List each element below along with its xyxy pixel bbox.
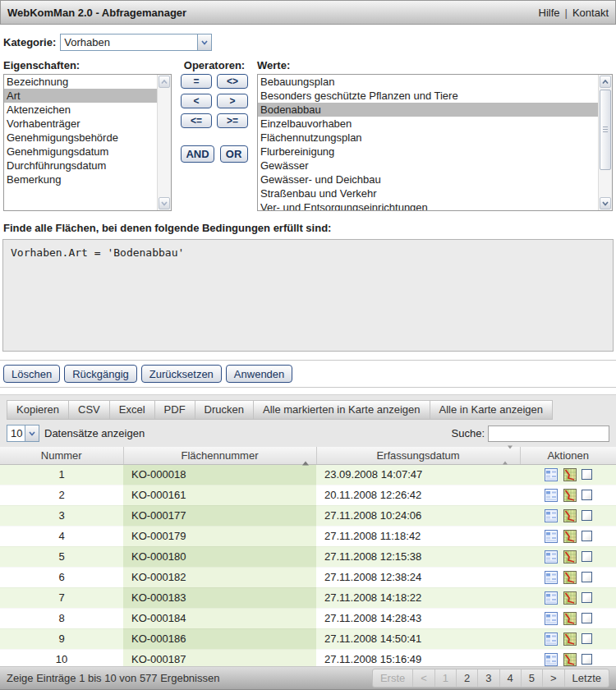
- row-checkbox[interactable]: [582, 469, 592, 480]
- value-option[interactable]: Gewässer- und Deichbau: [258, 172, 598, 186]
- toolbar-button[interactable]: PDF: [154, 400, 195, 420]
- zurcksetzen-button[interactable]: Zurücksetzen: [141, 365, 222, 383]
- row-checkbox[interactable]: [582, 510, 592, 521]
- table-row[interactable]: 5KO-00018027.11.2008 12:15:38: [0, 546, 616, 567]
- operator-button[interactable]: =: [181, 74, 212, 89]
- row-checkbox[interactable]: [582, 633, 592, 644]
- value-option[interactable]: Flurbereinigung: [258, 145, 598, 159]
- column-header-flchennummer[interactable]: Flächennummer: [123, 447, 316, 464]
- map-icon[interactable]: [563, 488, 577, 503]
- toolbar-button[interactable]: CSV: [68, 400, 110, 420]
- details-form-icon[interactable]: [544, 611, 559, 626]
- value-option[interactable]: Gewässer: [258, 159, 598, 172]
- value-option[interactable]: Bebauungsplan: [258, 75, 598, 89]
- lschen-button[interactable]: Löschen: [3, 365, 60, 383]
- table-row[interactable]: 2KO-00016120.11.2008 12:26:42: [0, 485, 616, 505]
- details-form-icon[interactable]: [544, 529, 559, 544]
- property-option[interactable]: Durchführungsdatum: [4, 159, 157, 172]
- toolbar-button[interactable]: Drucken: [195, 400, 254, 420]
- details-form-icon[interactable]: [544, 591, 559, 605]
- details-form-icon[interactable]: [544, 488, 559, 503]
- property-option[interactable]: Bezeichnung: [4, 75, 157, 89]
- search-input[interactable]: [488, 426, 609, 442]
- value-option[interactable]: Bodenabbau: [258, 103, 598, 117]
- operator-button[interactable]: <=: [181, 113, 212, 128]
- values-scrollbar[interactable]: [598, 75, 612, 210]
- contact-link[interactable]: Kontakt: [572, 7, 609, 19]
- values-listbox[interactable]: BebauungsplanBesonders geschützte Pflanz…: [257, 74, 613, 211]
- anwenden-button[interactable]: Anwenden: [226, 365, 292, 383]
- logic-operator-button[interactable]: OR: [220, 145, 248, 163]
- map-icon[interactable]: [563, 611, 577, 626]
- map-icon[interactable]: [563, 652, 577, 667]
- row-checkbox[interactable]: [582, 490, 592, 500]
- table-row[interactable]: 9KO-00018627.11.2008 14:50:41: [0, 628, 616, 649]
- page-button-[interactable]: >: [542, 669, 564, 687]
- page-button-5[interactable]: 5: [521, 669, 542, 687]
- value-option[interactable]: Flächennutzungsplan: [258, 131, 598, 145]
- table-row[interactable]: 8KO-00018427.11.2008 14:28:43: [0, 608, 616, 628]
- chevron-down-icon[interactable]: [159, 197, 170, 209]
- property-option[interactable]: Vorhabenträger: [4, 117, 157, 131]
- row-checkbox[interactable]: [582, 592, 592, 603]
- chevron-down-icon[interactable]: [25, 426, 39, 441]
- operator-button[interactable]: >: [217, 94, 248, 108]
- page-button-2[interactable]: 2: [456, 669, 477, 687]
- page-button-3[interactable]: 3: [477, 669, 499, 687]
- table-row[interactable]: 4KO-00017927.11.2008 11:18:42: [0, 526, 616, 546]
- value-option[interactable]: Einzelbauvorhaben: [258, 117, 598, 131]
- property-option[interactable]: Genehmigungsdatum: [4, 145, 157, 159]
- map-icon[interactable]: [563, 632, 577, 646]
- page-size-select[interactable]: 10: [7, 425, 39, 442]
- toolbar-button[interactable]: Kopieren: [7, 400, 69, 420]
- details-form-icon[interactable]: [544, 508, 559, 523]
- chevron-up-icon[interactable]: [600, 76, 611, 88]
- row-checkbox[interactable]: [582, 654, 592, 665]
- details-form-icon[interactable]: [544, 632, 559, 646]
- property-option[interactable]: Genehmigungsbehörde: [4, 131, 157, 145]
- property-option[interactable]: Art: [4, 89, 157, 103]
- details-form-icon[interactable]: [544, 467, 559, 482]
- value-option[interactable]: Besonders geschützte Pflanzen und Tiere: [258, 89, 598, 103]
- details-form-icon[interactable]: [544, 570, 559, 585]
- map-icon[interactable]: [563, 529, 577, 544]
- page-button-letzte[interactable]: Letzte: [564, 669, 609, 687]
- properties-listbox[interactable]: BezeichnungArtAktenzeichenVorhabenträger…: [3, 74, 172, 211]
- row-checkbox[interactable]: [582, 531, 592, 541]
- table-row[interactable]: 3KO-00017727.11.2008 10:24:06: [0, 505, 616, 526]
- logic-operator-button[interactable]: AND: [181, 145, 214, 163]
- operator-button[interactable]: <>: [217, 74, 248, 89]
- page-button-4[interactable]: 4: [499, 669, 521, 687]
- property-option[interactable]: Bemerkung: [4, 172, 157, 186]
- chevron-down-icon[interactable]: [197, 34, 211, 50]
- row-checkbox[interactable]: [582, 551, 592, 562]
- details-form-icon[interactable]: [544, 550, 559, 564]
- operator-button[interactable]: >=: [217, 113, 248, 128]
- value-option[interactable]: Straßenbau und Verkehr: [258, 186, 598, 200]
- scrollbar-thumb[interactable]: [600, 90, 611, 170]
- category-select[interactable]: Vorhaben: [60, 34, 212, 51]
- condition-textarea[interactable]: [2, 239, 614, 352]
- map-icon[interactable]: [563, 467, 577, 482]
- table-row[interactable]: 6KO-00018227.11.2008 12:38:24: [0, 567, 616, 587]
- map-icon[interactable]: [563, 591, 577, 605]
- table-row[interactable]: 7KO-00018327.11.2008 14:18:22: [0, 587, 616, 608]
- map-icon[interactable]: [563, 570, 577, 585]
- rckgngig-button[interactable]: Rückgängig: [64, 365, 137, 383]
- chevron-down-icon[interactable]: [600, 197, 611, 209]
- details-form-icon[interactable]: [544, 652, 559, 667]
- row-checkbox[interactable]: [582, 572, 592, 582]
- operator-button[interactable]: <: [181, 94, 212, 108]
- column-header-erfassungsdatum[interactable]: Erfassungsdatum: [316, 447, 520, 464]
- toolbar-button[interactable]: Alle in Karte anzeigen: [430, 400, 553, 420]
- help-link[interactable]: Hilfe: [539, 7, 560, 19]
- map-icon[interactable]: [563, 550, 577, 564]
- property-option[interactable]: Aktenzeichen: [4, 103, 157, 117]
- toolbar-button[interactable]: Alle markierten in Karte anzeigen: [253, 400, 430, 420]
- map-icon[interactable]: [563, 508, 577, 523]
- properties-scrollbar[interactable]: [157, 75, 171, 210]
- toolbar-button[interactable]: Excel: [109, 400, 155, 420]
- value-option[interactable]: Ver- und Entsorgungseinrichtungen: [258, 200, 598, 211]
- row-checkbox[interactable]: [582, 613, 592, 623]
- table-row[interactable]: 1KO-00001823.09.2008 14:07:47: [0, 464, 616, 485]
